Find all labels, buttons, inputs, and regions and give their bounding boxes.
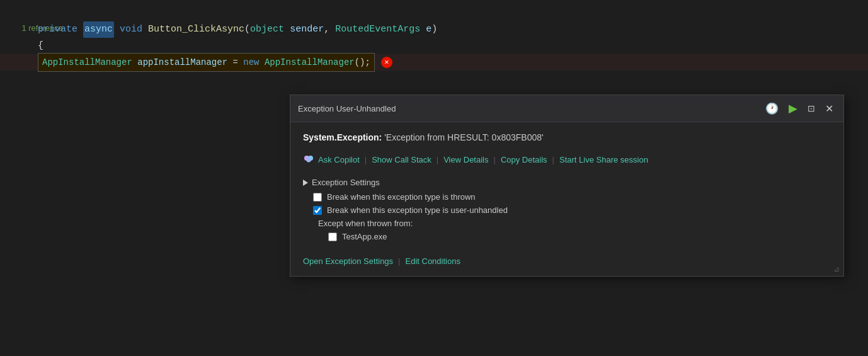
popup-controls: 🕐 ▶ ⊡ ✕ [763, 100, 836, 117]
popup-title: Exception User-Unhandled [298, 104, 396, 113]
close-icon: ✕ [825, 103, 833, 115]
settings-header-label: Exception Settings [312, 178, 380, 187]
settings-header: Exception Settings [303, 178, 831, 187]
separator-3: | [493, 155, 495, 164]
method-name: Button_ClickAsync [148, 21, 244, 38]
history-button[interactable]: 🕐 [763, 101, 781, 117]
checkbox-user-unhandled-label: Break when this exception type is user-u… [327, 205, 508, 215]
resize-handle[interactable]: ⊿ [833, 265, 840, 273]
open-exception-settings-link[interactable]: Open Exception Settings [303, 256, 393, 266]
param-e: e [426, 21, 431, 38]
close-button[interactable]: ✕ [823, 101, 836, 116]
checkbox-thrown-label: Break when this exception type is thrown [327, 192, 476, 202]
svg-point-2 [307, 158, 311, 163]
detach-button[interactable]: ⊡ [805, 102, 818, 115]
type-appinstall1: AppInstallManager [42, 57, 132, 67]
space2 [420, 21, 426, 38]
play-icon: ▶ [789, 101, 797, 115]
exception-message: System.Exception: 'Exception from HRESUL… [303, 132, 831, 142]
exception-popup: Exception User-Unhandled 🕐 ▶ ⊡ ✕ System.… [290, 95, 844, 277]
keyword-private: private [38, 21, 83, 38]
type-appinstall2: AppInstallManager [265, 57, 355, 67]
paren-close: ) [431, 21, 437, 38]
popup-body: System.Exception: 'Exception from HRESUL… [290, 122, 843, 276]
keyword-new: new [243, 57, 265, 67]
start-live-share-link[interactable]: Start Live Share session [559, 155, 648, 164]
highlighted-code-block: AppInstallManager appInstallManager = ne… [38, 53, 375, 72]
ask-copilot-link[interactable]: Ask Copilot [318, 155, 360, 164]
checkbox-testapp[interactable] [328, 233, 337, 241]
keyword-void: void [114, 21, 148, 38]
type-object: object [250, 21, 284, 38]
keyword-async: async [83, 21, 114, 38]
code-line-3: AppInstallManager appInstallManager = ne… [0, 54, 868, 71]
popup-titlebar: Exception User-Unhandled 🕐 ▶ ⊡ ✕ [290, 95, 843, 122]
exception-detail: 'Exception from HRESULT: 0x803FB008' [382, 132, 543, 142]
space3 [132, 57, 137, 67]
reference-line: 1 reference [0, 8, 868, 21]
checkbox-testapp-label: TestApp.exe [342, 232, 387, 241]
param-sender: sender [290, 21, 324, 38]
checkbox-row-1: Break when this exception type is thrown [313, 192, 831, 202]
comma: , [324, 21, 335, 38]
history-icon: 🕐 [765, 102, 779, 115]
separator-2: | [437, 155, 438, 164]
code-editor: 1 reference private async void Button_Cl… [0, 0, 868, 71]
exception-settings: Exception Settings Break when this excep… [303, 178, 831, 241]
except-when-label: Except when thrown from: [318, 219, 831, 228]
var-appinstall: appInstallManager [137, 57, 227, 67]
open-brace: { [38, 38, 43, 54]
exception-type: System.Exception: [303, 132, 382, 142]
separator-1: | [365, 155, 367, 164]
error-icon: ✕ [381, 57, 392, 68]
checkbox-row-testapp: TestApp.exe [328, 232, 831, 241]
copilot-icon [303, 154, 314, 165]
checkbox-user-unhandled[interactable] [313, 206, 322, 215]
checkbox-row-2: Break when this exception type is user-u… [313, 205, 831, 215]
separator-bottom: | [398, 256, 400, 266]
code-line-1: private async void Button_ClickAsync(obj… [0, 21, 868, 38]
edit-conditions-link[interactable]: Edit Conditions [405, 256, 460, 266]
separator-4: | [552, 155, 554, 164]
show-call-stack-link[interactable]: Show Call Stack [372, 155, 431, 164]
type-routed: RoutedEventArgs [335, 21, 420, 38]
copy-details-link[interactable]: Copy Details [501, 155, 547, 164]
bottom-links: Open Exception Settings | Edit Condition… [303, 251, 831, 266]
view-details-link[interactable]: View Details [443, 155, 488, 164]
checkbox-thrown[interactable] [313, 193, 322, 202]
continue-button[interactable]: ▶ [786, 100, 800, 117]
collapse-triangle-icon [303, 180, 308, 186]
detach-icon: ⊡ [808, 103, 815, 113]
parens: (); [355, 57, 370, 67]
assign: = [227, 57, 243, 67]
code-line-2: { [0, 38, 868, 54]
action-links: Ask Copilot | Show Call Stack | View Det… [303, 154, 831, 165]
space [284, 21, 290, 38]
paren-open: ( [244, 21, 250, 38]
